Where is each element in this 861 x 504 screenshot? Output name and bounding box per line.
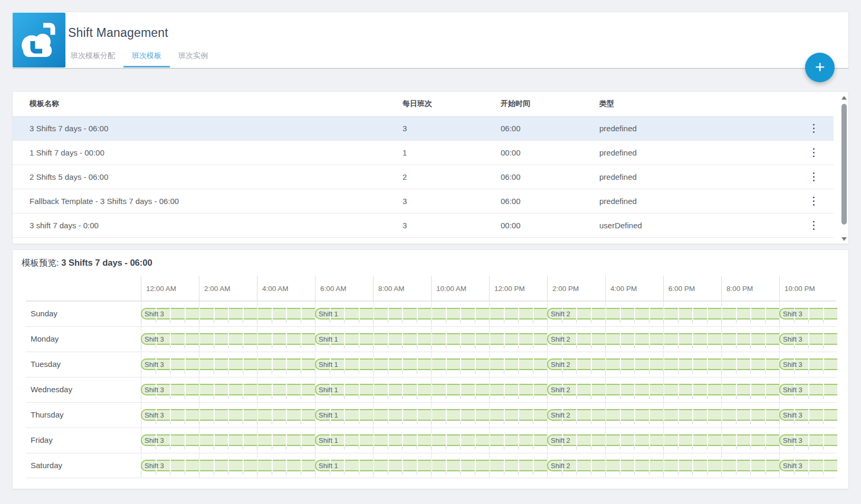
kebab-dots-icon [813,176,815,178]
table-row[interactable]: 2 Shifts 5 days - 06:00206:00predefined [13,164,834,189]
shift-bar-segment [693,384,707,395]
gantt-day-row: MondayShift 3Shift 1Shift 2Shift 3 [13,326,848,352]
table-row[interactable]: 3 Shifts 7 days - 06:00306:00predefined [13,116,834,140]
time-axis-label: 8:00 PM [721,276,779,301]
table-row[interactable]: 1 Shift 7 days - 00:00100:00predefined [13,140,834,164]
shift-bar: Shift 2 [547,333,779,345]
shift-bar-segment [751,384,765,395]
shift-bar-segment [534,434,548,446]
shift-bar-segment [824,384,838,395]
shift-bar-segment [461,358,475,370]
shift-bar-label: Shift 3 [145,335,164,343]
shift-bar-segment [505,460,519,471]
gantt-day-label: Friday [13,428,141,453]
shift-bar-segment [621,409,635,421]
gantt-day-track: Shift 3Shift 1Shift 2Shift 3 [141,453,837,478]
shift-bar-segment [476,434,490,446]
gantt-day-label: Monday [13,326,141,352]
row-menu-button[interactable] [807,145,820,161]
shift-bar-segment [679,384,693,395]
cell-shifts-per-day: 1 [403,148,501,157]
shift-bar-segment [447,384,461,395]
shift-bar-label: Shift 3 [145,437,164,444]
shift-bar-segment [389,409,403,421]
shift-bar-label: Shift 3 [783,310,802,318]
cell-type: predefined [599,148,807,157]
shift-bar-segment [200,434,214,446]
row-menu-button[interactable] [807,218,820,234]
shift-bar-segment [737,384,751,395]
shift-bar-segment [287,434,301,446]
shift-bar-segment [737,409,751,421]
shift-bar-segment [461,308,475,319]
row-menu-button[interactable] [807,121,820,137]
shift-bar-segment [766,308,780,319]
shift-bar-segment [809,308,823,319]
shift-bar-segment [461,460,475,471]
shift-bar-segment [635,384,649,395]
add-template-button[interactable]: + [805,53,835,82]
shift-bar-segment [186,409,199,421]
shift-bar: Shift 3 [141,384,315,395]
shift-bar-segment [447,434,461,446]
table-row[interactable]: Fallback Template - 3 Shifts 7 days - 06… [13,189,834,213]
shift-bar-segment [751,308,765,319]
shift-bar-segment [200,409,214,421]
gantt-day-label: Wednesday [13,377,141,402]
shift-bar-segment [534,358,548,370]
shift-bar-segment [664,384,678,395]
shift-bar-segment [722,308,736,319]
shift-bar-segment [186,333,199,345]
shift-bar-label: Shift 3 [783,437,802,444]
kebab-dots-icon [813,172,815,174]
shift-bar-segment [302,308,315,319]
row-menu-button[interactable] [807,193,820,209]
shift-bar-segment [621,308,635,319]
shift-bar-segment [244,308,257,319]
arrow-down-icon [841,237,847,241]
column-header-type: 类型 [599,99,848,109]
gantt-half-hour-ticks [141,319,837,323]
shift-bar-segment [244,384,257,395]
shift-bar-segment [200,384,214,395]
shift-bar-segment [490,460,504,471]
shift-bar: Shift 3 [141,308,315,319]
tab-shift-template-assignment[interactable]: 班次模板分配 [62,52,123,67]
scrollbar-up-button[interactable] [841,94,847,100]
shift-bar: Shift 3 [141,333,315,345]
shift-bar-segment [403,384,417,395]
shift-bar-segment [215,308,228,319]
cell-start-time: 06:00 [501,124,599,133]
kebab-dots-icon [813,221,815,222]
table-row[interactable]: 3 shift 7 days - 0:00300:00userDefined [13,213,834,237]
shift-bar-segment [751,434,765,446]
shift-bar-segment [737,358,751,370]
scrollbar-down-button[interactable] [841,235,847,241]
shift-bar: Shift 1 [315,308,547,319]
shift-bar-segment [418,409,432,421]
scrollbar-thumb[interactable] [841,104,847,225]
shift-bar-label: Shift 2 [551,310,570,318]
shift-bar-segment [389,308,403,319]
table-scrollbar[interactable] [841,94,847,241]
shift-bar-segment [635,333,649,345]
shift-bar-segment [360,308,374,319]
shift-bar-segment [258,333,272,345]
row-menu-button[interactable] [807,169,820,185]
shift-bar-segment [490,434,504,446]
shift-bar-segment [824,434,838,446]
shift-bar-label: Shift 1 [319,437,338,444]
shift-bar-segment [403,358,417,370]
time-axis-label: 6:00 PM [663,276,721,301]
tab-shift-instances[interactable]: 班次实例 [170,52,216,67]
shift-bar-segment [577,460,591,471]
shift-bar-segment [476,333,490,345]
shift-bar-label: Shift 2 [551,411,570,419]
shift-bar-label: Shift 2 [551,437,570,444]
shift-bar-segment [418,333,432,345]
shift-bar-segment [722,460,736,471]
shift-bar-segment [360,333,374,345]
shift-bar-segment [519,358,533,370]
shift-bar-label: Shift 3 [783,335,802,343]
tab-shift-templates[interactable]: 班次模板 [123,52,170,67]
